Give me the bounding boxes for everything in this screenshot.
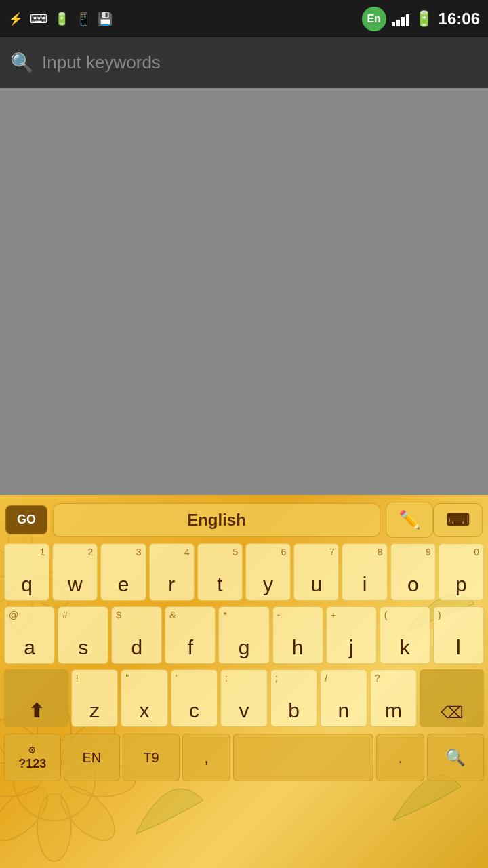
keyboard-top-row: GO English ✏️ ⌨ [0, 495, 488, 542]
keyboard-row-3: ⬆ !z "x 'c :v ;b /n ?m ⌫ [3, 668, 485, 728]
sym-label: ?123 [18, 757, 46, 771]
en-badge: En [362, 7, 386, 31]
key-u[interactable]: 7u [293, 543, 339, 601]
key-y[interactable]: 6y [245, 543, 291, 601]
sym-key[interactable]: ⚙ ?123 [4, 734, 61, 781]
key-p[interactable]: 0p [439, 543, 484, 601]
key-t[interactable]: 5t [197, 543, 243, 601]
battery-full-icon: 🔋 [54, 12, 69, 26]
key-o[interactable]: 9o [390, 543, 436, 601]
key-e[interactable]: 3e [100, 543, 146, 601]
main-content [0, 88, 488, 495]
key-f[interactable]: &f [165, 606, 216, 664]
comma-key[interactable]: , [182, 734, 230, 781]
pen-icon-button[interactable]: ✏️ [386, 502, 433, 538]
status-left-icons: ⚡ ⌨ 🔋 📱 💾 [8, 12, 113, 26]
gear-icon: ⚙ [28, 745, 37, 755]
key-b[interactable]: ;b [270, 669, 317, 727]
key-a[interactable]: @a [4, 606, 55, 664]
keyboard: GO English ✏️ ⌨ 1q 2w 3e 4r 5t 6y 7u 8i … [0, 495, 488, 868]
keyboard-switch-button[interactable]: ⌨ [433, 503, 483, 537]
shift-key[interactable]: ⬆ [4, 669, 68, 727]
key-z[interactable]: !z [71, 669, 118, 727]
battery-icon: 🔋 [415, 10, 433, 28]
key-h[interactable]: -h [272, 606, 323, 664]
key-m[interactable]: ?m [370, 669, 417, 727]
language-button[interactable]: English [53, 503, 380, 537]
key-g[interactable]: *g [218, 606, 269, 664]
key-i[interactable]: 8i [342, 543, 387, 601]
key-l[interactable]: )l [433, 606, 484, 664]
clock: 16:06 [439, 9, 480, 28]
key-n[interactable]: /n [320, 669, 367, 727]
space-key[interactable] [233, 734, 373, 781]
key-j[interactable]: +j [326, 606, 377, 664]
en-lang-key[interactable]: EN [64, 734, 121, 781]
search-bar: 🔍 [0, 37, 488, 88]
sim-icon: 💾 [98, 12, 113, 26]
status-right-icons: En 🔋 16:06 [362, 7, 480, 31]
key-r[interactable]: 4r [149, 543, 195, 601]
keyboard-bottom-row: ⚙ ?123 EN T9 , . 🔍 [0, 731, 488, 785]
phone-icon: 📱 [76, 12, 91, 26]
period-key[interactable]: . [376, 734, 424, 781]
search-icon: 🔍 [10, 52, 34, 74]
keyboard-row-1: 1q 2w 3e 4r 5t 6y 7u 8i 9o 0p [3, 542, 485, 602]
delete-key[interactable]: ⌫ [420, 669, 484, 727]
key-v[interactable]: :v [220, 669, 267, 727]
keyboard-search-key[interactable]: 🔍 [427, 734, 484, 781]
key-q[interactable]: 1q [4, 543, 49, 601]
key-k[interactable]: (k [380, 606, 430, 664]
key-w[interactable]: 2w [52, 543, 98, 601]
go-button[interactable]: GO [5, 505, 47, 534]
search-input[interactable] [42, 52, 478, 73]
usb-icon: ⚡ [8, 12, 23, 26]
status-bar: ⚡ ⌨ 🔋 📱 💾 En 🔋 16:06 [0, 0, 488, 37]
key-s[interactable]: #s [58, 606, 108, 664]
keyboard-icon: ⌨ [30, 12, 47, 26]
keyboard-row-2: @a #s $d &f *g -h +j (k )l [3, 605, 485, 665]
signal-bars [392, 12, 409, 26]
key-c[interactable]: 'c [171, 669, 218, 727]
key-d[interactable]: $d [111, 606, 162, 664]
t9-key[interactable]: T9 [123, 734, 180, 781]
key-x[interactable]: "x [121, 669, 167, 727]
keyboard-rows: 1q 2w 3e 4r 5t 6y 7u 8i 9o 0p @a #s $d &… [0, 542, 488, 728]
